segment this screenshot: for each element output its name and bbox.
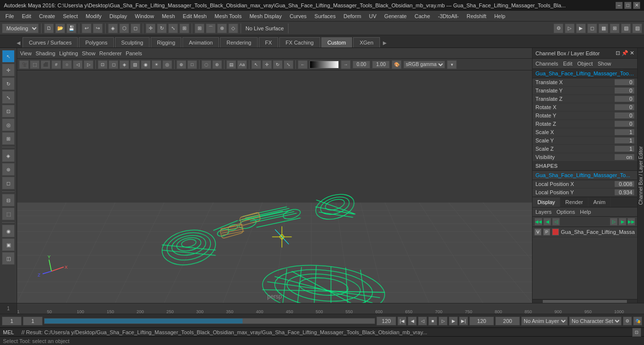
vp-overscan-btn[interactable]: ⬛ <box>41 60 50 69</box>
viewport-menu-lighting[interactable]: Lighting <box>59 50 78 56</box>
display-tab-anim[interactable]: Anim <box>588 197 611 207</box>
timeline-ruler[interactable]: 1501001502002503003504004505005506006507… <box>17 303 644 314</box>
play-back-btn[interactable]: ◁ <box>418 317 427 325</box>
display-tab-render[interactable]: Render <box>560 197 588 207</box>
menu-item-curves[interactable]: Curves <box>286 12 310 20</box>
vp-xray-joint-btn[interactable]: ⊛ <box>212 60 222 69</box>
vp-aa-btn[interactable]: Aa <box>237 60 247 69</box>
layer-color[interactable] <box>552 229 559 235</box>
edit-menu[interactable]: Edit <box>563 61 572 67</box>
vp-playblast-btn[interactable]: ▷ <box>84 60 93 69</box>
vp-color-mode-btn[interactable]: 🎨 <box>392 60 401 69</box>
select-tool[interactable]: ↖ <box>2 50 15 63</box>
shelf-scroll-right[interactable]: ▶ <box>381 38 389 47</box>
layer-nav-step-back-btn[interactable]: ◀ <box>543 218 551 226</box>
channel-row[interactable]: Translate Y0 <box>533 87 637 95</box>
menu-item-mesh[interactable]: Mesh <box>158 12 178 20</box>
menu-item-cache[interactable]: Cache <box>411 12 434 20</box>
channel-row[interactable]: Rotate Z0 <box>533 120 637 128</box>
vp-resolution-btn[interactable]: □ <box>187 60 197 69</box>
menu-item-select[interactable]: Select <box>60 12 82 20</box>
step-fwd-btn[interactable]: ▶ <box>449 317 458 325</box>
snap-point[interactable]: ⊕ <box>217 23 227 33</box>
shape-channel-row[interactable]: Local Position Y0.934 <box>533 188 637 197</box>
layout-button-1[interactable]: ▦ <box>599 23 608 33</box>
color-mode-select[interactable]: sRGB gamma <box>403 61 445 69</box>
snap-grid[interactable]: ⊞ <box>195 23 204 33</box>
viewport-menu-panels[interactable]: Panels <box>126 50 142 56</box>
go-to-end-btn[interactable]: ▶| <box>459 317 468 325</box>
rotate-tool[interactable]: ↻ <box>2 77 15 90</box>
layer-menu-layers[interactable]: Layers <box>535 209 552 215</box>
menu-item-help[interactable]: Help <box>491 12 509 20</box>
layer-nav-step-fwd-btn[interactable]: ▶ <box>619 218 626 226</box>
object-menu[interactable]: Object <box>577 61 593 67</box>
shelf-tab-sculpting[interactable]: Sculpting <box>115 37 150 47</box>
new-file-button[interactable]: 🗋 <box>44 23 54 33</box>
script-editor-btn[interactable]: ⊡ <box>632 328 641 337</box>
menu-item-file[interactable]: File <box>2 12 18 20</box>
menu-item-surfaces[interactable]: Surfaces <box>311 12 339 20</box>
menu-item-edit[interactable]: Edit <box>19 12 35 20</box>
mesh-display-button[interactable]: ▣ <box>2 238 15 251</box>
layer-menu-options[interactable]: Options <box>556 209 575 215</box>
shelf-tab-polygons[interactable]: Polygons <box>79 37 113 47</box>
channels-menu[interactable]: Channels <box>535 61 558 67</box>
shape-channel-row[interactable]: Local Position X0.008 <box>533 180 637 188</box>
vp-texture-btn[interactable]: ▧ <box>130 60 140 69</box>
end-frame-input[interactable] <box>377 317 396 325</box>
menu-item-mesh-display[interactable]: Mesh Display <box>246 12 285 20</box>
layer-scroll-thumb[interactable] <box>543 300 626 303</box>
select-button[interactable]: ◈ <box>108 23 118 33</box>
shelf-tab-fx[interactable]: FX <box>259 37 278 47</box>
vp-xray-btn[interactable]: ◌ <box>201 60 211 69</box>
vp-light-btn[interactable]: ◉ <box>141 60 151 69</box>
channel-box-float-btn[interactable]: ⊡ <box>616 50 620 56</box>
layer-visibility[interactable]: V <box>534 229 541 235</box>
rotate-button[interactable]: ↻ <box>157 23 167 33</box>
vp-ao-btn[interactable]: ◎ <box>162 60 172 69</box>
soft-select-tool[interactable]: ◎ <box>2 118 15 131</box>
menu-item-mesh-tools[interactable]: Mesh Tools <box>211 12 245 20</box>
vp-grid-btn[interactable]: # <box>51 60 61 69</box>
xray-button[interactable]: ◉ <box>2 225 15 237</box>
open-file-button[interactable]: 📂 <box>55 23 65 33</box>
menu-item-display[interactable]: Display <box>106 12 131 20</box>
layer-nav-end-btn[interactable]: ▶▶ <box>627 218 635 226</box>
channel-row[interactable]: Visibilityon <box>533 153 637 161</box>
layer-p[interactable]: P <box>543 229 550 235</box>
show-menu[interactable]: Show <box>598 61 611 67</box>
attr-editor-tab[interactable]: Channel Box / Layer Editor <box>637 48 644 303</box>
vp-isolate-btn[interactable]: ⊕ <box>177 60 186 69</box>
channel-row[interactable]: Scale X1 <box>533 128 637 137</box>
channel-box-pin-btn[interactable]: 📌 <box>622 50 628 56</box>
layout-button-4[interactable]: ▨ <box>632 23 642 33</box>
range-start-input[interactable] <box>469 317 494 325</box>
character-set-select[interactable]: No Character Set <box>569 317 622 325</box>
menu-item-deform[interactable]: Deform <box>340 12 364 20</box>
layout-button-2[interactable]: ⊞ <box>610 23 620 33</box>
channel-row[interactable]: Scale Y1 <box>533 137 637 145</box>
crease-tool[interactable]: ◻ <box>2 177 15 189</box>
ipr-render-button[interactable]: ▶ <box>576 23 586 33</box>
move-button[interactable]: ✛ <box>146 23 155 33</box>
channel-row[interactable]: Scale Z1 <box>533 145 637 153</box>
lasso-button[interactable]: ⬡ <box>119 23 129 33</box>
shelf-tab-rendering[interactable]: Rendering <box>220 37 258 47</box>
layer-scrollbar[interactable] <box>533 299 637 303</box>
vp-smooth-btn[interactable]: ◻ <box>109 60 118 69</box>
go-to-start-btn[interactable]: |◀ <box>398 317 406 325</box>
anim-layer-select[interactable]: No Anim Layer <box>521 317 568 325</box>
universal-tool[interactable]: ⊡ <box>2 105 15 117</box>
start-frame-input[interactable] <box>23 317 43 325</box>
shelf-scroll-left[interactable]: ◀ <box>15 38 22 47</box>
viewport-canvas[interactable]: X Y Z persp <box>17 70 532 303</box>
menu-item-modify[interactable]: Modify <box>82 12 105 20</box>
menu-item-create[interactable]: Create <box>36 12 59 20</box>
mode-select[interactable]: Modeling <box>2 23 39 33</box>
close-button[interactable]: ✕ <box>633 2 640 9</box>
range-bar[interactable] <box>44 318 375 324</box>
render-view-button[interactable]: ▷ <box>565 23 575 33</box>
color-max-input[interactable] <box>372 61 390 69</box>
channel-row[interactable]: Rotate Y0 <box>533 112 637 120</box>
